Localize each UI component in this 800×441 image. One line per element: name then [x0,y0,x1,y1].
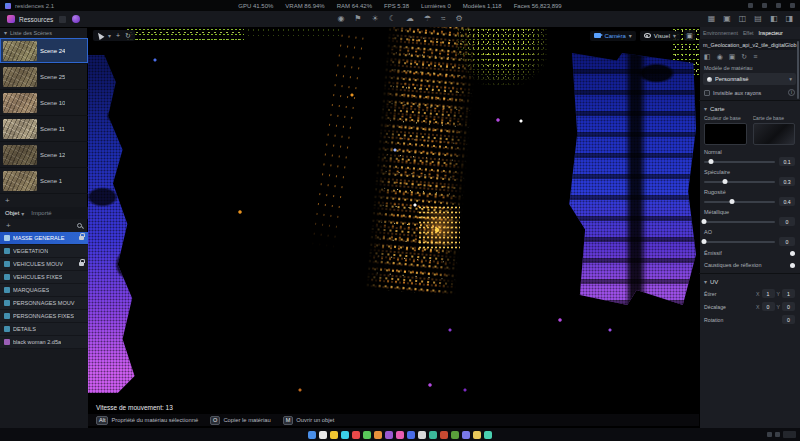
tray-icon[interactable] [767,432,772,437]
resources-button[interactable]: Ressources [7,15,53,23]
object-row-vegetation[interactable]: VEGETATION [0,245,88,258]
scene-item-25[interactable]: Scene 25 [0,64,88,90]
user-avatar[interactable] [72,15,80,23]
taskbar-app-icon[interactable] [363,431,371,439]
object-row-masse-generale[interactable]: MASSE GENERALE [0,232,88,245]
select-tool-icon[interactable] [96,31,105,40]
roughness-slider[interactable] [704,201,775,203]
pan-tool-icon[interactable]: + [116,32,120,39]
cloud-tool-icon[interactable]: ☁ [406,15,414,23]
object-row-personnages-fixes[interactable]: PERSONNAGES FIXES [0,310,88,323]
notification-icon[interactable] [748,3,753,8]
tab-inspecteur[interactable]: Inspecteur [758,30,782,36]
base-map-thumbnail[interactable] [753,123,796,145]
stretch-y-input[interactable]: 1 [782,289,795,298]
tab-environnement[interactable]: Environnement [703,30,738,36]
taskbar-app-icon[interactable] [385,431,393,439]
normal-slider[interactable] [704,161,775,163]
taskbar-app-icon[interactable] [451,431,459,439]
video-export-icon[interactable]: ◧ [770,15,778,23]
taskbar-app-icon[interactable] [407,431,415,439]
taskbar-app-icon[interactable] [308,431,316,439]
scene-item-1[interactable]: Scene 1 [0,168,88,194]
offset-y-input[interactable]: 0 [782,302,795,311]
lock-icon[interactable] [79,262,84,266]
grid-view-icon[interactable]: ▣ [723,15,731,23]
tab-effet[interactable]: Effet [743,30,754,36]
object-row-vehicules-mouv[interactable]: VEHICULES MOUV [0,258,88,271]
material-model-dropdown[interactable]: Personnalisé ▾ [703,73,796,85]
reset-icon[interactable]: ↻ [741,53,747,60]
specular-slider[interactable] [704,181,775,183]
object-row-details[interactable]: DETAILS [0,323,88,336]
minimize-icon[interactable] [762,3,767,8]
chevron-down-icon[interactable]: ▾ [108,33,111,39]
orbit-tool-icon[interactable]: ↻ [125,32,131,39]
offset-x-input[interactable]: 0 [762,302,775,311]
rotation-input[interactable]: 0 [782,315,795,324]
viewport-3d[interactable]: ▾ + ↻ Caméra ▾ Visuel ▾ ▣ Vitesse de mou… [88,27,699,428]
pipette-icon[interactable]: ◉ [717,53,723,60]
taskbar-app-icon[interactable] [374,431,382,439]
metallic-slider[interactable] [704,221,775,223]
taskbar-app-icon[interactable] [418,431,426,439]
roughness-value[interactable]: 0.4 [779,197,795,206]
ao-value[interactable]: 0 [779,237,795,246]
image-export-icon[interactable]: ▤ [754,15,762,23]
add-scene-button[interactable]: + [5,196,10,205]
carte-section-header[interactable]: ▾ Carte [699,103,800,114]
maximize-icon[interactable] [776,3,781,8]
ao-slider[interactable] [704,241,775,243]
lock-icon[interactable] [79,236,84,240]
caustics-toggle[interactable] [790,263,795,268]
wind-tool-icon[interactable]: ≈ [441,15,445,23]
taskbar-app-icon[interactable] [319,431,327,439]
library-icon[interactable] [59,16,66,23]
taskbar-app-icon[interactable] [473,431,481,439]
media-panel-icon[interactable]: ◫ [739,15,747,23]
taskbar-app-icon[interactable] [462,431,470,439]
add-object-button[interactable]: + [6,221,11,230]
sun-tool-icon[interactable]: ☀ [372,15,379,23]
moon-tool-icon[interactable]: ☾ [389,15,396,23]
taskbar-app-icon[interactable] [396,431,404,439]
tab-objet[interactable]: Objet ▾ [5,210,24,217]
screen-sync-icon[interactable]: ▦ [708,15,716,23]
scene-item-12[interactable]: Scene 12 [0,142,88,168]
base-color-swatch[interactable] [704,123,747,145]
light-tool-icon[interactable]: ◉ [337,15,344,23]
location-tool-icon[interactable]: ⚑ [354,15,361,23]
info-icon[interactable]: i [788,89,795,96]
share-icon[interactable]: ◨ [785,15,793,23]
duplicate-icon[interactable]: ▣ [729,53,736,60]
tray-icon[interactable] [775,432,780,437]
invisible-rays-checkbox[interactable] [704,90,710,96]
taskbar-app-icon[interactable] [330,431,338,439]
rain-tool-icon[interactable]: ☂ [424,15,431,23]
uv-section-header[interactable]: ▾ UV [699,276,800,287]
search-icon[interactable] [77,223,82,228]
tab-importe[interactable]: Importé [31,210,51,216]
normal-value[interactable]: 0.1 [779,157,795,166]
tray-clock[interactable] [783,431,796,438]
metallic-value[interactable]: 0 [779,217,795,226]
taskbar-app-icon[interactable] [440,431,448,439]
scene-item-10[interactable]: Scene 10 [0,90,88,116]
scene-item-11[interactable]: Scene 11 [0,116,88,142]
object-row-black-woman[interactable]: black woman 2.d5a [0,336,88,349]
paint-icon[interactable]: ◧ [704,53,711,60]
emissive-toggle[interactable] [790,251,795,256]
taskbar-app-icon[interactable] [484,431,492,439]
more-options-icon[interactable]: ≡ [753,53,757,60]
scene-item-24[interactable]: Scene 24 [0,38,88,64]
visual-dropdown[interactable]: Visuel ▾ [640,31,680,41]
fullscreen-icon[interactable]: ▣ [684,30,695,41]
settings-tool-icon[interactable]: ⚙ [455,15,462,23]
camera-dropdown[interactable]: Caméra ▾ [590,31,635,41]
taskbar-app-icon[interactable] [341,431,349,439]
stretch-x-input[interactable]: 1 [762,289,775,298]
inspector-scrollbar[interactable] [797,41,799,99]
taskbar-app-icon[interactable] [429,431,437,439]
chevron-down-icon[interactable]: ▾ [4,29,7,36]
object-row-vehicules-fixes[interactable]: VEHICULES FIXES [0,271,88,284]
